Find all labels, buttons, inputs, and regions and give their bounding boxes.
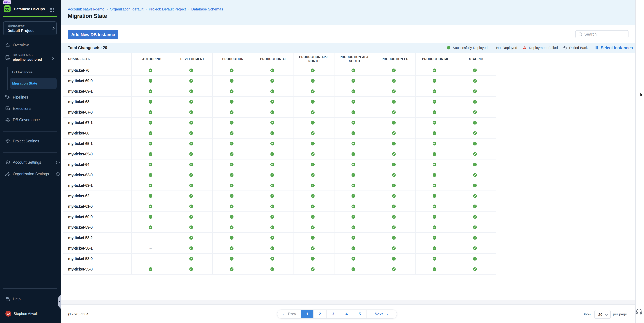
svg-text:?: ? — [6, 297, 8, 299]
